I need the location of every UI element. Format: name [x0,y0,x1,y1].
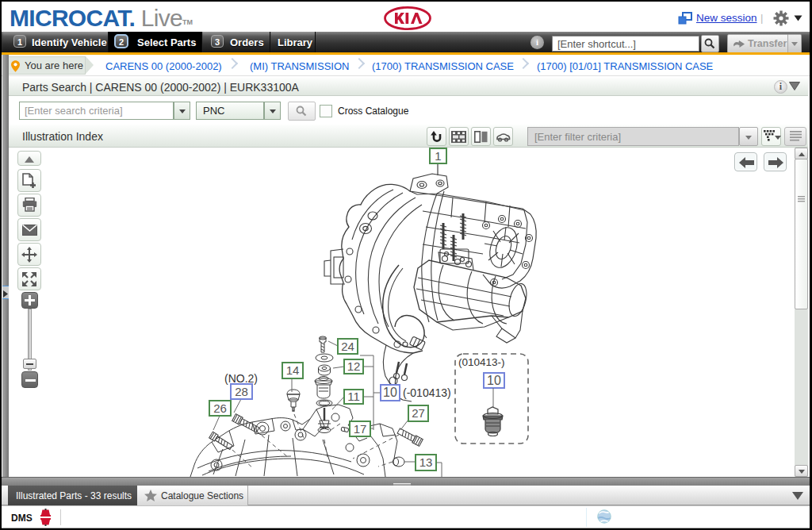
svg-text:12: 12 [347,359,361,373]
svg-text:28: 28 [235,385,248,398]
svg-text:(010413-): (010413-) [458,356,505,368]
svg-text:13: 13 [419,455,433,469]
svg-text:14: 14 [286,363,300,377]
svg-text:17: 17 [354,422,367,436]
svg-text:10: 10 [383,386,397,399]
svg-text:26: 26 [213,401,227,415]
svg-text:(-010413): (-010413) [403,386,451,399]
svg-text:24: 24 [341,340,354,353]
svg-text:10: 10 [487,374,501,387]
svg-text:27: 27 [412,406,425,420]
svg-text:11: 11 [347,390,360,403]
svg-text:(NO.2): (NO.2) [224,372,258,385]
svg-text:1: 1 [435,149,441,163]
